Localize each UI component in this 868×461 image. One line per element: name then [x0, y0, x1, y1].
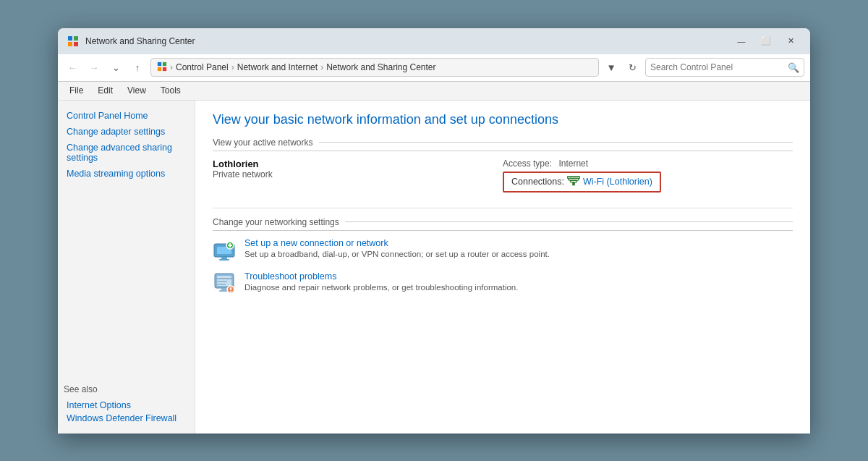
- menu-view[interactable]: View: [122, 84, 152, 97]
- path-segment-1: Control Panel: [176, 62, 229, 72]
- sidebar-control-panel-home[interactable]: Control Panel Home: [64, 109, 189, 122]
- new-connection-title[interactable]: Set up a new connection or network: [244, 238, 550, 248]
- svg-rect-18: [228, 245, 232, 246]
- minimize-button[interactable]: —: [731, 34, 752, 48]
- see-also-label: See also: [64, 384, 189, 394]
- network-name: Lothlorien: [213, 158, 503, 169]
- path-segment-3: Network and Sharing Center: [326, 62, 435, 72]
- address-bar: ← → ⌄ ↑ › Control Panel › Network and In…: [58, 54, 810, 82]
- up-button[interactable]: ↑: [129, 59, 146, 76]
- window-icon: [67, 35, 80, 48]
- title-bar: Network and Sharing Center — ⬜ ✕: [58, 28, 810, 54]
- svg-rect-3: [74, 42, 78, 46]
- path-separator-3: ›: [320, 62, 323, 72]
- sidebar-see-also: See also Internet Options Windows Defend…: [64, 384, 189, 425]
- svg-rect-24: [221, 288, 227, 290]
- troubleshoot-desc: Diagnose and repair network problems, or…: [244, 283, 518, 292]
- svg-rect-14: [221, 257, 227, 259]
- sidebar-change-adapter[interactable]: Change adapter settings: [64, 125, 189, 138]
- forward-button[interactable]: →: [85, 59, 103, 76]
- new-connection-text: Set up a new connection or network Set u…: [244, 238, 550, 258]
- recent-locations-button[interactable]: ⌄: [107, 59, 124, 76]
- sidebar-change-advanced-sharing[interactable]: Change advanced sharing settings: [64, 141, 189, 164]
- svg-rect-1: [74, 36, 78, 41]
- sidebar-media-streaming[interactable]: Media streaming options: [64, 167, 189, 180]
- troubleshoot-text: Troubleshoot problems Diagnose and repai…: [244, 271, 518, 292]
- menu-bar: File Edit View Tools: [58, 82, 810, 101]
- svg-rect-6: [158, 67, 161, 70]
- sidebar-windows-defender[interactable]: Windows Defender Firewall: [64, 412, 189, 425]
- search-icon[interactable]: 🔍: [788, 62, 799, 73]
- window-controls: — ⬜ ✕: [731, 34, 801, 48]
- search-box: 🔍: [645, 58, 804, 77]
- settings-item-troubleshoot: Troubleshoot problems Diagnose and repai…: [213, 271, 793, 295]
- sidebar-internet-options[interactable]: Internet Options: [64, 399, 189, 412]
- access-type: Access type: Internet: [503, 158, 793, 169]
- active-networks-header: View your active networks: [213, 138, 793, 151]
- new-connection-desc: Set up a broadband, dial-up, or VPN conn…: [244, 250, 550, 258]
- maximize-button[interactable]: ⬜: [755, 34, 777, 48]
- connections-box: Connections: Wi-Fi (Lothlorien): [503, 172, 661, 193]
- sidebar: Control Panel Home Change adapter settin…: [58, 101, 195, 433]
- wifi-connection-link[interactable]: Wi-Fi (Lothlorien): [583, 177, 652, 187]
- page-title: View your basic network information and …: [213, 112, 793, 127]
- network-type: Private network: [213, 169, 503, 179]
- path-separator-2: ›: [231, 62, 234, 72]
- svg-rect-0: [68, 36, 72, 41]
- window-title: Network and Sharing Center: [85, 36, 725, 46]
- divider: [213, 208, 793, 208]
- windows-logo-icon: [157, 62, 167, 74]
- settings-item-new-connection: Set up a new connection or network Set u…: [213, 238, 793, 261]
- refresh-button[interactable]: ↻: [624, 59, 641, 76]
- wifi-signal-icon: [567, 176, 580, 188]
- svg-rect-7: [163, 67, 166, 70]
- svg-rect-27: [230, 287, 231, 290]
- path-segment-2: Network and Internet: [237, 62, 318, 72]
- troubleshoot-title[interactable]: Troubleshoot problems: [244, 271, 518, 282]
- svg-rect-28: [230, 291, 231, 292]
- connections-label: Connections:: [511, 177, 564, 187]
- address-path[interactable]: › Control Panel › Network and Internet ›…: [150, 58, 599, 77]
- search-input[interactable]: [650, 62, 785, 72]
- troubleshoot-icon: [213, 271, 236, 295]
- svg-rect-15: [219, 259, 229, 261]
- main-content: View your basic network information and …: [195, 101, 810, 433]
- new-connection-icon: [213, 238, 236, 261]
- back-button[interactable]: ←: [64, 59, 81, 76]
- network-left: Lothlorien Private network: [213, 158, 503, 195]
- close-button[interactable]: ✕: [780, 34, 801, 48]
- networking-settings-header: Change your networking settings: [213, 217, 793, 231]
- network-right: Access type: Internet Connections:: [503, 158, 793, 195]
- settings-section: Set up a new connection or network Set u…: [213, 238, 793, 295]
- path-dropdown-button[interactable]: ▼: [603, 59, 619, 76]
- svg-rect-8: [572, 182, 575, 185]
- network-info-grid: Lothlorien Private network Access type: …: [213, 158, 793, 195]
- menu-file[interactable]: File: [64, 84, 89, 97]
- content-area: Control Panel Home Change adapter settin…: [58, 101, 810, 433]
- network-sharing-window: Network and Sharing Center — ⬜ ✕ ← → ⌄ ↑…: [58, 28, 810, 433]
- svg-rect-5: [163, 62, 166, 65]
- access-type-label: Access type:: [503, 158, 552, 169]
- svg-rect-2: [68, 42, 72, 46]
- access-type-value: Internet: [558, 158, 588, 169]
- menu-tools[interactable]: Tools: [155, 84, 187, 97]
- path-separator-1: ›: [170, 62, 173, 72]
- menu-edit[interactable]: Edit: [92, 84, 119, 97]
- svg-rect-11: [567, 176, 580, 178]
- svg-rect-4: [158, 62, 161, 65]
